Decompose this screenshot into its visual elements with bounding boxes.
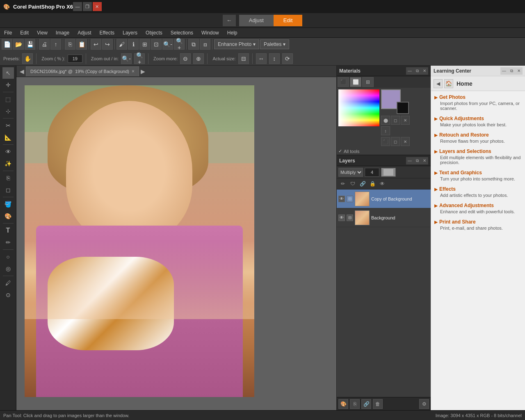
info-button[interactable]: ℹ: [128, 39, 139, 50]
layers-close-btn[interactable]: ✕: [421, 157, 428, 164]
menu-layers[interactable]: Layers: [119, 28, 142, 38]
layer-eye-icon[interactable]: 👁: [378, 179, 387, 188]
adjust-tab[interactable]: Adjust: [239, 15, 274, 26]
canvas-scroll[interactable]: [16, 77, 336, 410]
magic-wand[interactable]: ⊹: [2, 105, 14, 117]
layer-shield-icon[interactable]: 🛡: [348, 179, 357, 188]
zoom-in-btn[interactable]: 🔍+: [134, 53, 145, 64]
layer-visibility2[interactable]: 👁: [338, 215, 345, 221]
zoom-minus2-btn[interactable]: ⊖: [180, 53, 191, 64]
menu-image[interactable]: Image: [52, 28, 73, 38]
lc-section-title[interactable]: Quick Adjustments: [434, 116, 522, 121]
edit-tab[interactable]: Edit: [274, 15, 302, 26]
lc-close-btn[interactable]: ✕: [515, 67, 523, 75]
mat-icon-6[interactable]: ◻: [391, 137, 400, 146]
actual-size-btn[interactable]: ⊟: [238, 53, 249, 64]
lc-section-title[interactable]: Get Photos: [434, 94, 522, 100]
layer-item[interactable]: 👁 ⊟ Copy of Background: [337, 189, 431, 208]
blur-tool[interactable]: ◎: [2, 263, 14, 274]
layer-link-icon[interactable]: 🔗: [358, 179, 367, 188]
share-button[interactable]: ↑: [50, 39, 61, 50]
enhance-photo-button[interactable]: Enhance Photo ▾: [214, 39, 259, 49]
copy-button[interactable]: ⎘: [65, 39, 75, 50]
lc-section-title[interactable]: Print and Share: [434, 219, 522, 225]
tab-prev-button[interactable]: ◀: [18, 68, 26, 75]
print-button[interactable]: 🖨: [39, 39, 50, 50]
open-button[interactable]: 📂: [13, 39, 24, 50]
red-eye-tool[interactable]: 👁: [2, 146, 14, 158]
freehand-select[interactable]: ⬚: [2, 94, 14, 105]
zoom-out-btn[interactable]: 🔍-: [121, 53, 132, 64]
mat-icon-7[interactable]: ✕: [401, 137, 410, 146]
flip-h-btn[interactable]: ↔: [256, 53, 267, 64]
move-tool[interactable]: ✛: [2, 79, 14, 91]
smart-fill[interactable]: ⊙: [2, 289, 14, 301]
color-gradient[interactable]: [338, 89, 379, 126]
resize-button[interactable]: ⊡: [151, 39, 162, 50]
mat-icon-3[interactable]: ✕: [401, 116, 410, 125]
lc-section-title[interactable]: Effects: [434, 186, 522, 192]
mat-icon-2[interactable]: ◻: [391, 116, 400, 125]
image-canvas[interactable]: [25, 85, 254, 397]
menu-window[interactable]: Window: [197, 28, 223, 38]
menu-objects[interactable]: Objects: [142, 28, 167, 38]
layer2-button[interactable]: ⧈: [200, 39, 210, 50]
layer-paint-icon[interactable]: ✏: [338, 179, 347, 188]
redo-button[interactable]: ↪: [102, 39, 113, 50]
menu-selections[interactable]: Selections: [167, 28, 197, 38]
maximize-button[interactable]: ❐: [83, 2, 92, 11]
straighten-tool[interactable]: 📐: [2, 132, 14, 143]
makeover-tool[interactable]: ✨: [2, 158, 14, 169]
materials-float-btn[interactable]: ⧉: [413, 67, 421, 75]
zoom-in-button[interactable]: 🔍+: [174, 39, 185, 50]
lc-minimize-btn[interactable]: —: [500, 67, 508, 75]
materials-minimize-btn[interactable]: —: [406, 67, 413, 75]
draw-tool[interactable]: ✏: [2, 237, 14, 248]
back-button[interactable]: ←: [223, 15, 236, 26]
mat-tab-pattern[interactable]: ⊞: [362, 77, 374, 87]
dodge-tool[interactable]: ○: [2, 251, 14, 262]
mat-icon-4[interactable]: ↕: [381, 126, 390, 135]
layers-float-btn[interactable]: ⧉: [413, 157, 421, 164]
crop-tool[interactable]: ✂: [2, 120, 14, 131]
text-tool[interactable]: T: [2, 225, 14, 236]
layers-settings-btn[interactable]: ⚙: [419, 399, 429, 409]
canvas-size-button[interactable]: ⊞: [139, 39, 150, 50]
tab-next-button[interactable]: ▶: [139, 68, 147, 75]
layer-button[interactable]: ⧉: [188, 39, 199, 50]
menu-adjust[interactable]: Adjust: [73, 28, 95, 38]
menu-effects[interactable]: Effects: [96, 28, 119, 38]
lc-section-title[interactable]: Text and Graphics: [434, 170, 522, 176]
pen-tool[interactable]: 🖊: [2, 277, 14, 289]
layers-group-btn[interactable]: 🔗: [361, 399, 371, 409]
flip-v-btn[interactable]: ↕: [269, 53, 280, 64]
materials-close-btn[interactable]: ✕: [421, 67, 428, 75]
layers-minimize-btn[interactable]: —: [406, 157, 413, 164]
color-gradient-picker[interactable]: [338, 89, 379, 126]
menu-file[interactable]: File: [0, 28, 16, 38]
erase-tool[interactable]: ◻: [2, 184, 14, 196]
layers-delete-btn[interactable]: 🗑: [373, 399, 383, 409]
paint-bucket[interactable]: 🪣: [2, 199, 14, 210]
lc-back-button[interactable]: ◀: [434, 79, 443, 88]
layers-new-btn[interactable]: 🎨: [338, 399, 348, 409]
layer-lock-icon[interactable]: 🔒: [368, 179, 377, 188]
undo-button[interactable]: ↩: [91, 39, 101, 50]
zoom-input[interactable]: 19: [68, 55, 82, 63]
background-swatch[interactable]: [397, 102, 409, 114]
menu-edit[interactable]: Edit: [16, 28, 33, 38]
minimize-button[interactable]: —: [73, 2, 82, 11]
mat-tab-gradient[interactable]: ⬜: [350, 77, 361, 87]
color-replace[interactable]: 🎨: [2, 210, 14, 222]
clone-tool[interactable]: ⎘: [2, 172, 14, 184]
blend-mode-select[interactable]: Multiply Normal Screen: [338, 168, 363, 177]
layer-item[interactable]: 👁 ⊟ Background: [337, 208, 431, 227]
tab-close-button[interactable]: ×: [132, 68, 135, 74]
mat-tab-color[interactable]: ⬛: [338, 77, 349, 87]
lc-section-title[interactable]: Retouch and Restore: [434, 132, 522, 138]
zoom-out-button[interactable]: 🔍-: [162, 39, 173, 50]
brush-button[interactable]: 🖌: [116, 39, 127, 50]
save-button[interactable]: 💾: [25, 39, 35, 50]
lc-section-title[interactable]: Advanced Adjustments: [434, 203, 522, 208]
pan-tool-button[interactable]: ✋: [22, 53, 33, 64]
